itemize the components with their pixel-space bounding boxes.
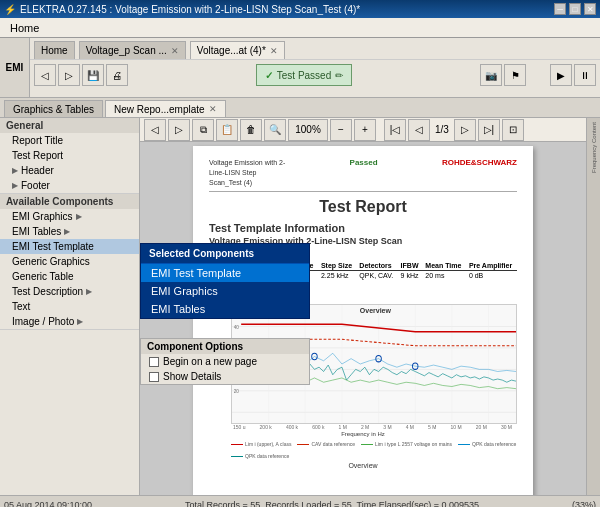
right-rail-label: Frequency Content <box>591 122 597 173</box>
passed-label: Passed <box>350 158 378 167</box>
svg-text:20: 20 <box>234 388 239 394</box>
panel-item-test-description[interactable]: Test Description ▶ <box>0 284 139 299</box>
inner-back-btn[interactable]: ◁ <box>144 119 166 141</box>
dropdown-item-emi-graphics[interactable]: EMI Graphics <box>141 282 309 300</box>
panel-item-header[interactable]: ▶ Header <box>0 163 139 178</box>
tick-400k: 400 k <box>286 424 298 430</box>
panel-item-emi-graphics[interactable]: EMI Graphics ▶ <box>0 209 139 224</box>
close-button[interactable]: ✕ <box>584 3 596 15</box>
inner-tab-close[interactable]: ✕ <box>209 104 217 114</box>
cell-ifbw: 9 kHz <box>398 271 423 281</box>
panel-item-generic-table[interactable]: Generic Table <box>0 269 139 284</box>
arrow-icon: ▶ <box>76 212 82 221</box>
fit-btn[interactable]: ⊡ <box>502 119 524 141</box>
status-records: Total Records = 55, Records Loaded = 55,… <box>185 500 479 508</box>
col-ifbw: IFBW <box>398 261 423 271</box>
maximize-button[interactable]: □ <box>569 3 581 15</box>
back-button[interactable]: ◁ <box>34 64 56 86</box>
inner-tab-new-repo[interactable]: New Repo...emplate ✕ <box>105 100 226 117</box>
forward-button[interactable]: ▷ <box>58 64 80 86</box>
page-next-btn[interactable]: ▷ <box>454 119 476 141</box>
test-description-label: Test Description <box>12 286 83 297</box>
title-bar-controls: ─ □ ✕ <box>554 3 596 15</box>
panel-item-generic-graphics[interactable]: Generic Graphics <box>0 254 139 269</box>
minimize-button[interactable]: ─ <box>554 3 566 15</box>
top-section: EMI Home Voltage_p Scan ... ✕ Voltage...… <box>0 38 600 98</box>
panel-item-test-report-label: Test Report <box>12 150 63 161</box>
legend-item-5: QPK data reference <box>231 453 289 459</box>
checkbox-new-page[interactable] <box>149 357 159 367</box>
panel-item-emi-tables[interactable]: EMI Tables ▶ <box>0 224 139 239</box>
col-pre-amp: Pre Amplifier <box>466 261 517 271</box>
test-passed-button[interactable]: ✓ Test Passed ✏ <box>256 64 352 86</box>
print-button[interactable]: 🖨 <box>106 64 128 86</box>
cell-step: 2.25 kHz <box>318 271 356 281</box>
save-button[interactable]: 💾 <box>82 64 104 86</box>
banner-text-left: Voltage Emission with 2- Line-LISN Step … <box>209 158 285 187</box>
arrow-icon: ▶ <box>12 166 18 175</box>
panel-item-test-report[interactable]: Test Report <box>0 148 139 163</box>
pause-button[interactable]: ⏸ <box>574 64 596 86</box>
panel-item-report-title[interactable]: Report Title <box>0 133 139 148</box>
tab-voltage-at-label: Voltage...at (4)* <box>197 45 266 56</box>
emi-tables-label: EMI Tables <box>12 226 61 237</box>
main-tab-bar: Home Voltage_p Scan ... ✕ Voltage...at (… <box>30 38 600 60</box>
main-toolbar: ◁ ▷ 💾 🖨 ✓ Test Passed ✏ 📷 ⚑ ▶ ⏸ <box>30 60 600 90</box>
inner-del-btn[interactable]: 🗑 <box>240 119 262 141</box>
checkbox-show-details[interactable] <box>149 372 159 382</box>
window-title: ELEKTRA 0.27.145 : Voltage Emission with… <box>20 4 360 15</box>
banner-divider <box>209 191 517 192</box>
banner-line1: Voltage Emission with 2- <box>209 158 285 168</box>
menu-home[interactable]: Home <box>4 20 45 36</box>
app-icon: ⚡ <box>4 4 16 15</box>
panel-item-emi-test-template[interactable]: EMI Test Template <box>0 239 139 254</box>
panel-item-footer[interactable]: ▶ Footer <box>0 178 139 193</box>
page-last-btn[interactable]: ▷| <box>478 119 500 141</box>
dropdown-item-emi-test-template[interactable]: EMI Test Template <box>141 264 309 282</box>
tab-voltage-at-close[interactable]: ✕ <box>270 46 278 56</box>
comp-option-show-details[interactable]: Show Details <box>141 369 309 384</box>
panel-item-text[interactable]: Text <box>0 299 139 314</box>
inner-copy-btn[interactable]: ⧉ <box>192 119 214 141</box>
tab-home[interactable]: Home <box>34 41 75 59</box>
panel-item-image-photo[interactable]: Image / Photo ▶ <box>0 314 139 329</box>
title-bar: ⚡ ELEKTRA 0.27.145 : Voltage Emission wi… <box>0 0 600 18</box>
cell-pre-amp: 0 dB <box>466 271 517 281</box>
tab-voltage-scan-close[interactable]: ✕ <box>171 46 179 56</box>
inner-tab-graphics[interactable]: Graphics & Tables <box>4 100 103 117</box>
panel-item-footer-label: Footer <box>21 180 50 191</box>
rs-logo: ROHDE&SCHWARZ <box>442 158 517 167</box>
legend-item-4: QPK data reference <box>458 441 516 447</box>
tick-4m: 4 M <box>406 424 414 430</box>
main-area: General Report Title Test Report ▶ Heade… <box>0 118 600 495</box>
inner-fwd-btn[interactable]: ▷ <box>168 119 190 141</box>
zoom-in-btn[interactable]: + <box>354 119 376 141</box>
comp-option-new-page[interactable]: Begin on a new page <box>141 354 309 369</box>
tick-1m: 1 M <box>338 424 346 430</box>
inner-zoom-btn[interactable]: 🔍 <box>264 119 286 141</box>
col-mean-time: Mean Time <box>422 261 466 271</box>
edit-icon: ✏ <box>335 70 343 81</box>
tick-200k: 200 k <box>260 424 272 430</box>
zoom-level-btn[interactable]: 100% <box>288 119 328 141</box>
legend-item-3: Lim i type L 2557 voltage on mains <box>361 441 452 447</box>
zoom-out-btn[interactable]: − <box>330 119 352 141</box>
inner-paste-btn[interactable]: 📋 <box>216 119 238 141</box>
dropdown-item-emi-tables[interactable]: EMI Tables <box>141 300 309 318</box>
chart-legend: Lim i (upper), A class CAV data referenc… <box>209 441 517 459</box>
page-first-btn[interactable]: |◁ <box>384 119 406 141</box>
tick-2m: 2 M <box>361 424 369 430</box>
camera-button[interactable]: 📷 <box>480 64 502 86</box>
check-icon: ✓ <box>265 70 273 81</box>
doc-title: Test Report <box>209 198 517 216</box>
document: Voltage Emission with 2- Line-LISN Step … <box>193 146 533 495</box>
inner-toolbar: ◁ ▷ ⧉ 📋 🗑 🔍 100% − + |◁ ◁ 1/3 ▷ ▷| ⊡ <box>140 118 586 142</box>
flag-button[interactable]: ⚑ <box>504 64 526 86</box>
play-button[interactable]: ▶ <box>550 64 572 86</box>
chart-x-ticks: 150 u 200 k 400 k 600 k 1 M 2 M 3 M 4 M … <box>209 424 517 430</box>
tab-voltage-scan[interactable]: Voltage_p Scan ... ✕ <box>79 41 186 59</box>
page-prev-btn[interactable]: ◁ <box>408 119 430 141</box>
arrow-icon: ▶ <box>12 181 18 190</box>
arrow-icon: ▶ <box>64 227 70 236</box>
tab-voltage-at[interactable]: Voltage...at (4)* ✕ <box>190 41 285 59</box>
